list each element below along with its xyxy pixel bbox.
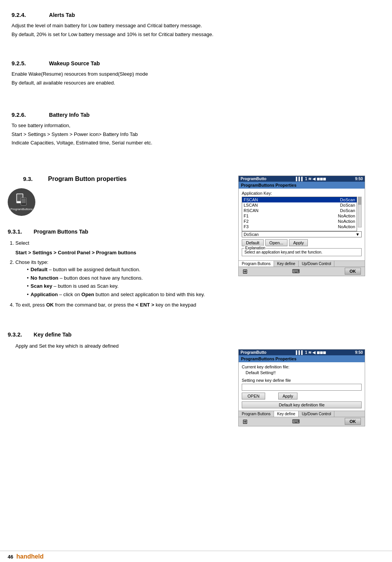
program-buttons-icon: ProgramButtons	[8, 188, 35, 216]
list-key-lscan: LSCAN	[244, 203, 258, 207]
device1-list-item-lscan[interactable]: LSCAN DoScan	[242, 202, 357, 208]
list-val-rscan: DoScan	[340, 208, 355, 213]
battery-desc3: Indicate Capacities, Voltage, Estimated …	[12, 139, 234, 147]
bullet-scankey: Scan key – button is used as Scan key.	[27, 282, 231, 290]
device1-status-left: ProgramButto	[241, 177, 266, 181]
device1-list-item-f2[interactable]: F2 NoAction	[242, 219, 357, 224]
step-2: Chose its type: Default – button will be…	[15, 259, 231, 298]
heading-9-3-1: 9.3.1.	[8, 228, 22, 235]
device1-list-item-fscan[interactable]: FSCAN DoScan	[242, 197, 357, 202]
key-define-desc1: Apply and Set the key which is already d…	[15, 342, 231, 350]
device2-title: ProgramButtons Properties	[239, 355, 365, 362]
device1-start-icon[interactable]: ⊞	[243, 268, 247, 275]
device1-status-time: 9:50	[355, 177, 363, 181]
device2-default-key-btn[interactable]: Default key definition file	[242, 401, 362, 408]
icon-label: ProgramButtons	[10, 207, 33, 211]
chevron-down-icon: ▼	[355, 232, 360, 237]
device1-list-item-rscan[interactable]: RSCAN DoScan	[242, 208, 357, 213]
section-program-buttons-tab: 9.3.1. Program Buttons Tab Select Start …	[8, 224, 231, 309]
list-key-f2: F2	[244, 219, 249, 224]
svg-rect-4	[22, 198, 26, 203]
device2-current-file-value: Default Setting!!	[246, 370, 362, 375]
list-val-f3: NoAction	[338, 224, 355, 229]
page-footer: 46 handheld	[0, 550, 392, 562]
device2-status-bar: ProgramButto ▌▌▌ 1 ≋ ◀ ◼◼◼ 9:50	[239, 350, 365, 355]
device1-title: ProgramButtons Properties	[239, 182, 365, 189]
device1-tab-updown-control[interactable]: Up/Down Control	[299, 261, 334, 267]
heading-9-2-6: 9.2.6.	[12, 111, 26, 118]
device1-dropdown-value: DoScan	[244, 232, 259, 237]
step1-label: Select	[15, 240, 29, 246]
list-val-f2: NoAction	[338, 219, 355, 224]
device2-open-btn[interactable]: OPEN	[242, 393, 265, 400]
title-wakeup-tab: Wakeup Source Tab	[49, 60, 100, 66]
list-key-rscan: RSCAN	[244, 208, 259, 213]
device2-current-file-label: Current key definition file:	[242, 365, 362, 369]
device1-keyboard-icon[interactable]: ⌨	[292, 268, 300, 274]
page-container: 9.2.4. Alerts Tab Adjust the level of ma…	[0, 0, 392, 562]
step1-bold: Start > Settings > Control Panel > Progr…	[15, 250, 136, 255]
device1-tab-key-define[interactable]: Key define	[274, 261, 299, 267]
device2-ok-btn[interactable]: OK	[345, 418, 361, 425]
device2-setting-label: Setting new key define file	[242, 378, 362, 383]
heading-9-2-5: 9.2.5.	[12, 60, 26, 66]
device1-tab-program-buttons[interactable]: Program Buttons	[239, 261, 274, 267]
device2-start-icon[interactable]: ⊞	[243, 418, 247, 425]
device1-tab-bar: Program Buttons Key define Up/Down Contr…	[239, 260, 365, 267]
list-val-fscan: DoScan	[340, 197, 355, 202]
section-program-button-properties: 9.3. Program Button properties ProgramBu…	[0, 172, 392, 426]
title-battery-info: Battery Info Tab	[49, 112, 90, 118]
device1-btn-row: Default Open... Apply	[242, 239, 362, 246]
device2-tab-program-buttons[interactable]: Program Buttons	[239, 411, 274, 417]
device1-list-item-f1[interactable]: F1 NoAction	[242, 213, 357, 219]
list-val-f1: NoAction	[338, 214, 355, 218]
bullet-list: Default – button will be assigned defaul…	[27, 266, 231, 298]
device2-bottom-bar: ⊞ ⌨ OK	[239, 417, 365, 426]
device1-app-label: Application Key:	[242, 191, 362, 196]
heading-9-2-4: 9.2.4.	[12, 12, 26, 18]
device2-status-left: ProgramButto	[241, 350, 266, 355]
title-program-button: Program Button properties	[48, 176, 126, 182]
device1-explanation-box: Explanation Select an application key,an…	[242, 248, 362, 256]
bullet-application: Application – click on Open button and s…	[27, 291, 231, 298]
list-key-fscan: FSCAN	[244, 197, 258, 202]
footer-brand: handheld	[16, 553, 43, 560]
device1-default-btn[interactable]: Default	[242, 239, 264, 246]
device1-scrollbar[interactable]	[358, 197, 362, 227]
device1-list-item-f3[interactable]: F3 NoAction	[242, 224, 357, 229]
title-program-buttons-tab: Program Buttons Tab	[34, 229, 88, 235]
program-button-left: 9.3. Program Button properties ProgramBu…	[8, 172, 231, 426]
device2-tab-key-define[interactable]: Key define	[274, 411, 299, 417]
battery-desc1: To see battery information,	[12, 122, 234, 129]
device1-dropdown[interactable]: DoScan ▼	[242, 231, 362, 237]
title-alerts-tab: Alerts Tab	[49, 12, 75, 18]
device1-explanation-text: Select an application key,and set the fu…	[244, 250, 322, 254]
device2-key-file-input[interactable]	[242, 384, 362, 391]
device1-explanation-title: Explanation	[244, 246, 266, 250]
section-battery-info: 9.2.6. Battery Info Tab To see battery i…	[0, 104, 246, 152]
device2-apply-btn[interactable]: Apply	[278, 393, 297, 400]
device-screenshots-column: ProgramButto ▌▌▌ 1 ≋ ◀ ◼◼◼ 9:50 ProgramB…	[238, 172, 377, 426]
section-key-define-tab: 9.3.2. Key define Tab Apply and Set the …	[8, 327, 231, 350]
device1-status-bar: ProgramButto ▌▌▌ 1 ≋ ◀ ◼◼◼ 9:50	[239, 176, 365, 182]
section-wakeup-tab: 9.2.5. Wakeup Source Tab Enable Wake(Res…	[0, 52, 246, 91]
device2-body: Current key definition file: Default Set…	[239, 362, 365, 411]
bullet-nofunction: No function – button does not have any f…	[27, 274, 231, 282]
device2-btn-row: OPEN Apply	[242, 393, 362, 400]
device1-open-btn[interactable]: Open...	[265, 239, 287, 246]
device2-tab-updown-control[interactable]: Up/Down Control	[299, 411, 334, 417]
device1-listbox[interactable]: FSCAN DoScan LSCAN DoScan RSCAN DoScan	[242, 197, 357, 231]
step2-label: Chose its type:	[15, 259, 48, 265]
device2-keyboard-icon[interactable]: ⌨	[292, 418, 300, 424]
heading-9-3-2: 9.3.2.	[8, 331, 22, 338]
step-4-list: To exit, press OK from the command bar, …	[15, 301, 231, 309]
device1-ok-btn[interactable]: OK	[345, 268, 361, 275]
device1-apply-btn[interactable]: Apply	[289, 239, 308, 246]
device1-bottom-bar: ⊞ ⌨ OK	[239, 267, 365, 276]
device2-tab-bar: Program Buttons Key define Up/Down Contr…	[239, 411, 365, 417]
device-screen-2: ProgramButto ▌▌▌ 1 ≋ ◀ ◼◼◼ 9:50 ProgramB…	[238, 349, 365, 426]
alerts-desc1: Adjust the level of main battery for Low…	[12, 22, 234, 30]
footer-page-number: 46	[8, 554, 13, 560]
device1-status-icons: ▌▌▌ 1 ≋ ◀ ◼◼◼	[296, 177, 326, 181]
device2-status-icons: ▌▌▌ 1 ≋ ◀ ◼◼◼	[296, 350, 326, 355]
